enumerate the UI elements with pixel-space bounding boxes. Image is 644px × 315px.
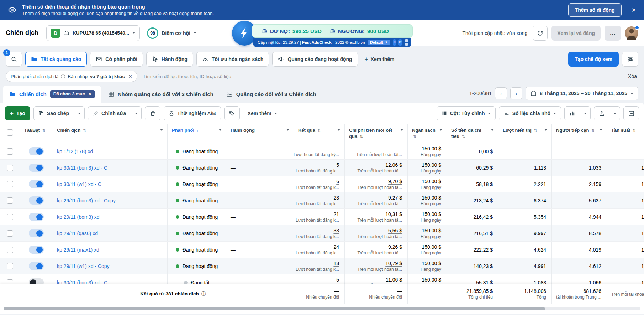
column-menu-caret[interactable] (491, 129, 494, 131)
column-menu-caret[interactable] (544, 129, 547, 131)
col-header-campaign[interactable]: Chiến dịch ⇅ (53, 124, 167, 143)
result-value[interactable]: 6 (336, 179, 339, 184)
reports-menu-caret[interactable] (580, 106, 591, 120)
cost-per-result-value[interactable]: 10,79 $ (385, 260, 402, 266)
col-header-reach[interactable]: Người tiếp cận ⇅ (551, 124, 607, 143)
selected-count-badge[interactable]: Đã chọn 3 mục ✕ (50, 90, 95, 98)
result-value[interactable]: 21 (333, 211, 339, 217)
campaign-name-link[interactable]: kp 30/11 (w1) xd - C (57, 181, 163, 187)
column-menu-caret[interactable] (400, 129, 403, 131)
col-header-delivery[interactable]: Phân phối ↑ (167, 124, 226, 143)
col-header-action[interactable]: Hành động (226, 124, 294, 143)
result-value[interactable]: 33 (333, 228, 339, 233)
row-checkbox[interactable] (7, 263, 13, 269)
result-value[interactable]: 24 (333, 244, 339, 250)
result-value[interactable]: 23 (333, 195, 339, 201)
adscheck-mode-dropdown[interactable]: Default▼ (368, 40, 390, 45)
account-selector[interactable]: D KUPU178 65 (40154540... (46, 25, 140, 41)
campaign-toggle[interactable] (29, 246, 44, 254)
column-menu-caret[interactable] (286, 129, 289, 131)
row-checkbox[interactable] (7, 148, 13, 155)
col-header-cost-per-result[interactable]: Chi phí trên mỗi kết quả ⇅ (344, 124, 407, 143)
cost-per-result-value[interactable]: 6,56 $ (388, 228, 402, 233)
cost-per-result-value[interactable]: 11,06 $ (386, 277, 402, 283)
clear-filters-link[interactable]: Xóa (628, 73, 637, 79)
result-value[interactable]: 13 (333, 260, 339, 266)
campaign-toggle[interactable] (29, 278, 44, 284)
adscheck-close-icon[interactable]: ✕ (393, 39, 396, 46)
campaign-toggle[interactable] (29, 180, 44, 188)
tag-button[interactable] (224, 106, 240, 120)
tab-budget-optimization[interactable]: Tối ưu hóa ngân sách (196, 52, 269, 67)
col-header-results[interactable]: Kết quả ⇅ (294, 124, 344, 143)
tab-active-ads[interactable]: Quảng cáo đang hoạt động (272, 52, 358, 67)
reports-button[interactable] (564, 106, 580, 120)
delivery-filter-chip[interactable]: Phân phối chiến dịch là Bản nháp và 7 gi… (6, 71, 137, 82)
select-all-checkbox[interactable] (7, 129, 13, 136)
campaign-toggle[interactable] (29, 164, 44, 172)
breakdown-button[interactable]: Số liệu chia nhỏ (499, 106, 561, 120)
tab-had-delivery[interactable]: Có phân phối (90, 52, 143, 67)
cost-per-result-value[interactable]: 9,26 $ (388, 244, 402, 250)
column-menu-caret[interactable] (439, 129, 442, 131)
campaign-name-link[interactable]: kp 29/11 (w1) xd - Copy (57, 263, 163, 269)
result-value[interactable]: 5 (336, 277, 339, 283)
create-campaign-button[interactable]: + Tạo (5, 106, 30, 120)
duplicate-button[interactable]: Sao chép (33, 106, 74, 120)
cost-per-result-value[interactable]: 12,06 $ (385, 162, 402, 168)
campaign-name-link[interactable]: kp 29/11 (bom3) xd (57, 214, 163, 220)
horizontal-scrollbar[interactable] (4, 307, 640, 310)
tab-ad-sets[interactable]: Nhóm quảng cáo đối với 3 Chiến dịch (101, 86, 220, 103)
clear-selection-icon[interactable]: ✕ (88, 92, 92, 97)
campaign-toggle[interactable] (29, 196, 44, 205)
duplicate-menu-caret[interactable] (74, 106, 85, 120)
refresh-button[interactable] (533, 26, 548, 41)
column-menu-caret[interactable] (337, 129, 340, 131)
cost-per-result-value[interactable]: — (397, 146, 402, 151)
cost-per-result-value[interactable]: 9,27 $ (388, 195, 402, 201)
edit-button[interactable]: Chỉnh sửa (88, 106, 131, 120)
result-value[interactable]: — (334, 146, 339, 151)
row-checkbox[interactable] (7, 214, 13, 220)
row-checkbox[interactable] (7, 247, 13, 253)
row-checkbox[interactable] (7, 197, 13, 204)
row-checkbox[interactable] (7, 230, 13, 237)
row-checkbox[interactable] (7, 181, 13, 187)
campaign-toggle[interactable] (29, 262, 44, 270)
tab-actions[interactable]: Hành động (146, 52, 193, 67)
campaign-name-link[interactable]: kp 30/11 (bom3) xd - C (57, 280, 163, 284)
campaign-toggle[interactable] (29, 213, 44, 221)
close-icon[interactable]: ✕ (632, 7, 636, 14)
campaign-name-link[interactable]: kp 29/11 (bom3) xd - Copy (57, 198, 163, 203)
adscheck-refresh-icon[interactable]: ⟳ (398, 39, 402, 46)
tab-ads[interactable]: Quảng cáo đối với 3 Chiến dịch (220, 86, 323, 103)
campaign-name-link[interactable]: kp 30/11 (bom3) xd - C (57, 165, 163, 171)
toolbar-more-button[interactable]: Xem thêm (243, 106, 282, 120)
view-settings-button[interactable] (622, 52, 638, 67)
campaign-name-link[interactable]: kp 29/11 (max1) xd (57, 247, 163, 253)
ab-test-button[interactable]: Thử nghiệm A/B (164, 106, 221, 120)
column-menu-caret[interactable] (219, 129, 222, 131)
opportunity-score[interactable]: 98 Điểm cơ hội (147, 27, 196, 39)
scrollbar-thumb[interactable] (4, 307, 545, 310)
see-more-filters-button[interactable]: + Xem thêm (361, 52, 398, 67)
cost-per-result-value[interactable]: 9,70 $ (388, 179, 402, 184)
adscheck-minimize-icon[interactable]: — (405, 39, 408, 46)
col-header-impressions[interactable]: Lượt hiển thị ⇅ (498, 124, 551, 143)
columns-button[interactable]: Cột: Tùy chỉnh (437, 106, 496, 120)
campaign-name-link[interactable]: kp 29/11 (gas6) xd (57, 231, 163, 236)
create-view-button[interactable]: Tạo chế độ xem (568, 52, 619, 67)
col-header-toggle[interactable]: Tắt/Bật ⇅ (20, 124, 53, 143)
column-menu-caret[interactable] (160, 129, 163, 131)
next-page-button[interactable]: › (510, 87, 522, 99)
add-phone-button[interactable]: Thêm số di động (568, 3, 622, 17)
export-button[interactable] (594, 106, 609, 120)
charts-button[interactable] (623, 106, 639, 120)
campaign-toggle[interactable] (29, 147, 44, 155)
more-options-button[interactable]: … (605, 26, 621, 41)
footer-reach-value[interactable]: 681.626 (583, 288, 601, 294)
result-value[interactable]: 5 (336, 162, 339, 168)
edit-menu-caret[interactable] (131, 106, 142, 120)
campaign-toggle[interactable] (29, 229, 44, 237)
tab-all-ads[interactable]: Tất cả quảng cáo (25, 52, 87, 67)
